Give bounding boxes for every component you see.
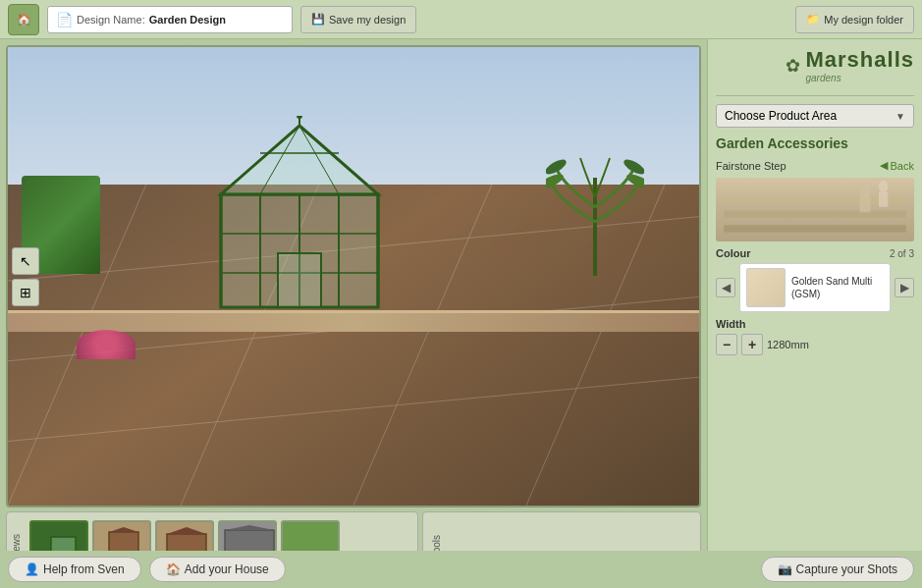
width-section: Width − + 1280mm bbox=[716, 318, 914, 355]
product-image-svg bbox=[716, 178, 914, 241]
svg-point-48 bbox=[879, 181, 888, 193]
next-icon: ▶ bbox=[900, 281, 909, 294]
width-plus-btn[interactable]: + bbox=[741, 334, 763, 355]
design-name-box: 📄 Design Name: Garden Design bbox=[47, 6, 293, 33]
greenhouse bbox=[201, 116, 398, 312]
cursor-tool-btn[interactable]: ↖ bbox=[12, 247, 39, 275]
top-bar: 🏠 📄 Design Name: Garden Design 💾 Save my… bbox=[0, 0, 922, 39]
grid-icon: ⊞ bbox=[20, 285, 31, 300]
marshalls-logo-text: Marshalls bbox=[806, 47, 915, 73]
folder-button[interactable]: 📁 My design folder bbox=[795, 6, 914, 33]
folder-icon: 📁 bbox=[806, 13, 820, 26]
width-minus-btn[interactable]: − bbox=[716, 334, 737, 355]
colour-header: Colour 2 of 3 bbox=[716, 247, 914, 259]
divider-1 bbox=[716, 95, 914, 96]
dropdown-arrow-icon: ▼ bbox=[895, 111, 905, 122]
svg-point-25 bbox=[546, 157, 569, 178]
width-value: 1280mm bbox=[767, 339, 809, 350]
svg-rect-19 bbox=[278, 253, 321, 307]
svg-rect-49 bbox=[879, 192, 888, 207]
product-image bbox=[716, 178, 914, 241]
back-icon: ◀ bbox=[880, 159, 888, 172]
svg-rect-45 bbox=[724, 225, 906, 232]
width-label: Width bbox=[716, 318, 914, 330]
choose-product-label: Choose Product Area bbox=[725, 109, 837, 123]
save-button[interactable]: 💾 Save my design bbox=[300, 6, 416, 33]
svg-rect-44 bbox=[724, 210, 906, 217]
minus-icon: − bbox=[723, 337, 731, 352]
cursor-icon: ↖ bbox=[20, 253, 31, 269]
colour-name: Golden Sand Multi (GSM) bbox=[791, 275, 884, 300]
section-title: Garden Accessories bbox=[716, 134, 914, 153]
doc-icon: 📄 bbox=[56, 12, 73, 27]
add-house-button[interactable]: 🏠 Add your House bbox=[149, 557, 286, 582]
svg-point-10 bbox=[297, 116, 302, 119]
product-sub-header: Fairstone Step ◀ Back bbox=[716, 159, 914, 172]
back-label: Back bbox=[891, 160, 914, 172]
choose-product-dropdown[interactable]: Choose Product Area ▼ bbox=[716, 104, 914, 128]
house-icon: 🏠 bbox=[166, 562, 181, 576]
main-layout: ↖ ⊞ Views bbox=[0, 39, 922, 588]
right-panel: ✿ Marshalls gardens Choose Product Area … bbox=[707, 39, 922, 588]
plant-svg bbox=[546, 138, 644, 276]
colour-next-btn[interactable]: ▶ bbox=[895, 278, 914, 297]
prev-icon: ◀ bbox=[722, 281, 731, 294]
plant-right bbox=[546, 138, 644, 276]
back-button[interactable]: ◀ Back bbox=[880, 159, 914, 172]
home-icon: 🏠 bbox=[17, 13, 31, 27]
svg-point-26 bbox=[622, 157, 644, 178]
colour-label: Colour bbox=[716, 247, 750, 259]
colour-swatch-container: Golden Sand Multi (GSM) bbox=[739, 263, 891, 312]
svg-point-46 bbox=[860, 184, 871, 198]
flowers bbox=[77, 330, 136, 359]
colour-count: 2 of 3 bbox=[890, 248, 914, 259]
colour-prev-btn[interactable]: ◀ bbox=[716, 278, 735, 297]
bottom-bar: 👤 Help from Sven 🏠 Add your House 📷 Capt… bbox=[0, 551, 922, 588]
3d-view[interactable]: ↖ ⊞ bbox=[6, 45, 701, 508]
camera-icon: 📷 bbox=[778, 562, 792, 576]
marshalls-header: ✿ Marshalls gardens bbox=[716, 47, 914, 87]
greenhouse-svg bbox=[201, 116, 398, 312]
svg-line-2 bbox=[8, 377, 699, 441]
width-control: − + 1280mm bbox=[716, 334, 914, 355]
garden-scene: ↖ ⊞ bbox=[8, 47, 699, 506]
colour-section: Colour 2 of 3 ◀ Golden Sand Multi (GSM) … bbox=[716, 247, 914, 312]
home-button[interactable]: 🏠 bbox=[8, 4, 39, 35]
svg-marker-8 bbox=[221, 126, 378, 194]
left-tools: ↖ ⊞ bbox=[8, 243, 43, 310]
svg-rect-47 bbox=[860, 196, 871, 213]
capture-button[interactable]: 📷 Capture your Shots bbox=[761, 557, 914, 582]
marshalls-sub-text: gardens bbox=[806, 73, 915, 83]
help-icon: 👤 bbox=[25, 562, 39, 576]
plus-icon: + bbox=[748, 337, 756, 352]
design-value: Garden Design bbox=[149, 14, 226, 26]
stone-wall bbox=[8, 310, 699, 332]
save-icon: 💾 bbox=[311, 13, 325, 26]
left-panel: ↖ ⊞ Views bbox=[0, 39, 707, 588]
marshalls-logo-icon: ✿ bbox=[786, 55, 800, 77]
colour-swatch bbox=[746, 268, 786, 307]
colour-selector: ◀ Golden Sand Multi (GSM) ▶ bbox=[716, 263, 914, 312]
grid-tool-btn[interactable]: ⊞ bbox=[12, 279, 39, 306]
product-name: Fairstone Step bbox=[716, 160, 786, 172]
design-label: Design Name: bbox=[77, 14, 145, 26]
help-button[interactable]: 👤 Help from Sven bbox=[8, 557, 141, 582]
